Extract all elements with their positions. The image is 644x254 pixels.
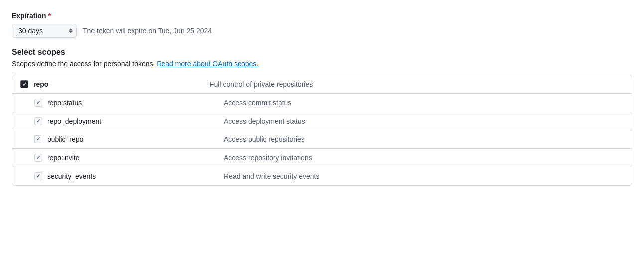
scope-left-repo-deployment: ✓ repo_deployment xyxy=(34,117,224,125)
repo-checkbox[interactable]: ✓ xyxy=(20,80,28,88)
scope-row-public-repo: ✓ public_repo Access public repositories xyxy=(12,130,632,149)
repo-deployment-name: repo_deployment xyxy=(47,117,101,125)
scope-left-security-events: ✓ security_events xyxy=(34,172,224,180)
security-events-name: security_events xyxy=(47,172,96,180)
scope-row-security-events: ✓ security_events Read and write securit… xyxy=(12,167,632,185)
checkmark-sub-icon: ✓ xyxy=(36,174,40,179)
public-repo-name: public_repo xyxy=(47,135,83,143)
checkmark-sub-icon: ✓ xyxy=(36,100,40,105)
scopes-description-text: Scopes define the access for personal to… xyxy=(12,60,155,68)
repo-scope-description: Full control of private repositories xyxy=(210,80,313,88)
repo-status-name: repo:status xyxy=(47,99,82,107)
repo-deployment-description: Access deployment status xyxy=(224,117,305,125)
security-events-checkbox[interactable]: ✓ xyxy=(34,172,42,180)
scopes-description: Scopes define the access for personal to… xyxy=(12,60,632,68)
scope-row-repo-deployment: ✓ repo_deployment Access deployment stat… xyxy=(12,112,632,130)
oauth-scopes-link[interactable]: Read more about OAuth scopes. xyxy=(157,60,258,68)
expiration-label-text: Expiration xyxy=(12,12,46,20)
checkmark-sub-icon: ✓ xyxy=(36,119,40,124)
public-repo-checkbox[interactable]: ✓ xyxy=(34,135,42,143)
scopes-box: ✓ repo Full control of private repositor… xyxy=(12,75,632,186)
repo-invite-checkbox[interactable]: ✓ xyxy=(34,154,42,162)
checkmark-sub-icon: ✓ xyxy=(36,137,40,142)
expiration-select[interactable]: 7 days 30 days 60 days 90 days Custom No… xyxy=(12,24,77,38)
expiration-select-wrapper: 7 days 30 days 60 days 90 days Custom No… xyxy=(12,24,77,38)
scope-left-repo-invite: ✓ repo:invite xyxy=(34,154,224,162)
scopes-title: Select scopes xyxy=(12,48,632,57)
repo-invite-description: Access repository invitations xyxy=(224,154,312,162)
repo-deployment-checkbox[interactable]: ✓ xyxy=(34,117,42,125)
scope-row-repo-invite: ✓ repo:invite Access repository invitati… xyxy=(12,149,632,167)
public-repo-description: Access public repositories xyxy=(224,135,305,143)
scope-left-repo: ✓ repo xyxy=(20,80,210,88)
scope-row-repo-status: ✓ repo:status Access commit status xyxy=(12,94,632,112)
expiration-label: Expiration * xyxy=(12,12,632,20)
required-marker: * xyxy=(48,12,50,20)
expiration-hint: The token will expire on Tue, Jun 25 202… xyxy=(83,27,212,35)
expiration-row: 7 days 30 days 60 days 90 days Custom No… xyxy=(12,24,632,38)
expiration-section: Expiration * 7 days 30 days 60 days 90 d… xyxy=(12,12,632,38)
security-events-description: Read and write security events xyxy=(224,172,319,180)
repo-status-checkbox[interactable]: ✓ xyxy=(34,99,42,107)
scope-left-repo-status: ✓ repo:status xyxy=(34,99,224,107)
scopes-section: Select scopes Scopes define the access f… xyxy=(12,48,632,186)
checkmark-sub-icon: ✓ xyxy=(36,155,40,160)
scope-left-public-repo: ✓ public_repo xyxy=(34,135,224,143)
repo-status-description: Access commit status xyxy=(224,99,291,107)
checkmark-icon: ✓ xyxy=(22,82,27,87)
repo-scope-name: repo xyxy=(33,80,48,88)
repo-invite-name: repo:invite xyxy=(47,154,80,162)
scope-row-repo: ✓ repo Full control of private repositor… xyxy=(12,75,632,94)
